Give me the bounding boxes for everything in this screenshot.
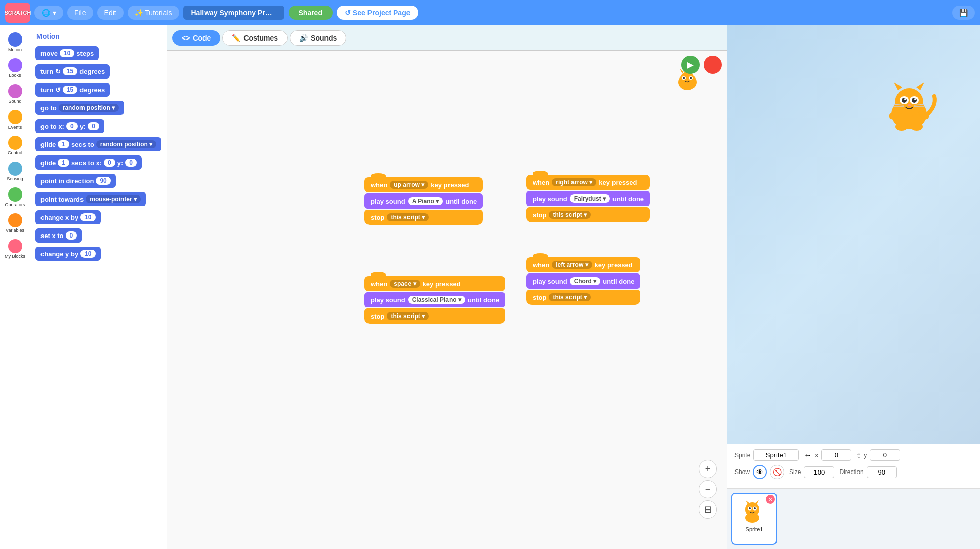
sidebar-item-sound[interactable]: Sound bbox=[1, 82, 29, 106]
tabs-bar: <> Code ✏️ Costumes 🔊 Sounds bbox=[167, 25, 727, 51]
motion-dot bbox=[8, 32, 22, 47]
block-point-towards[interactable]: point towards mouse-pointer ▾ bbox=[35, 192, 146, 206]
stage-panel: Sprite ↔ x ↕ y Show 👁 bbox=[727, 25, 980, 549]
block-glide-xy[interactable]: glide 1 secs to x: 0 y: 0 bbox=[35, 155, 142, 170]
block-glide-to[interactable]: glide 1 secs to random position ▾ bbox=[35, 137, 161, 151]
sprite-direction-field: Direction bbox=[839, 466, 896, 478]
zoom-out-button[interactable]: − bbox=[699, 480, 717, 498]
stop-block-left-arrow[interactable]: stop this script ▾ bbox=[526, 290, 640, 305]
save-button[interactable]: 💾 bbox=[952, 6, 975, 20]
tab-sounds[interactable]: 🔊 Sounds bbox=[290, 30, 346, 46]
hat-block-space[interactable]: when space ▾ key pressed bbox=[364, 276, 505, 291]
sprite-info-panel: Sprite ↔ x ↕ y Show 👁 bbox=[727, 444, 980, 488]
globe-icon: 🌐 bbox=[42, 9, 50, 17]
script-left-arrow: when left arrow ▾ key pressed play sound… bbox=[526, 257, 640, 305]
sprite-x-input[interactable] bbox=[821, 449, 851, 461]
events-dot bbox=[8, 110, 22, 124]
tutorials-button[interactable]: ✨ Tutorials bbox=[128, 6, 179, 20]
show-hidden-button[interactable]: 🚫 bbox=[770, 465, 784, 479]
sprite-name-input[interactable] bbox=[753, 449, 799, 461]
svg-point-31 bbox=[749, 507, 751, 509]
block-change-x[interactable]: change x by 10 bbox=[35, 210, 101, 224]
sprite-show-field: Show 👁 🚫 bbox=[734, 465, 784, 479]
myblocks-dot bbox=[8, 239, 22, 253]
block-set-x[interactable]: set x to 0 bbox=[35, 228, 82, 243]
stop-block-right-arrow[interactable]: stop this script ▾ bbox=[526, 207, 650, 222]
blocks-category-title: Motion bbox=[36, 32, 162, 41]
file-menu[interactable]: File bbox=[67, 6, 93, 20]
tab-costumes[interactable]: ✏️ Costumes bbox=[222, 30, 288, 46]
sounds-icon: 🔊 bbox=[299, 34, 308, 42]
zoom-in-button[interactable]: + bbox=[699, 460, 717, 478]
sprite-card-sprite1[interactable]: ✕ Sprite1 bbox=[731, 493, 777, 545]
sidebar-item-sensing[interactable]: Sensing bbox=[1, 160, 29, 183]
zoom-controls: + − ⊟ bbox=[699, 460, 717, 519]
action-play-a-piano[interactable]: play sound A Piano ▾ until done bbox=[364, 193, 483, 209]
costumes-icon: ✏️ bbox=[232, 34, 240, 42]
zoom-fit-button[interactable]: ⊟ bbox=[699, 500, 717, 519]
action-play-chord[interactable]: play sound Chord ▾ until done bbox=[526, 273, 640, 289]
block-move[interactable]: move 10 steps bbox=[35, 46, 99, 60]
motion-label: Motion bbox=[8, 47, 22, 52]
canvas-controls: ▶ bbox=[681, 56, 722, 74]
block-goto-xy[interactable]: go to x: 0 y: 0 bbox=[35, 119, 104, 133]
sprite-y-input[interactable] bbox=[870, 449, 900, 461]
sidebar-item-control[interactable]: Control bbox=[1, 134, 29, 158]
block-turn-ccw[interactable]: turn ↺ 15 degrees bbox=[35, 83, 110, 97]
sprite-size-input[interactable] bbox=[804, 466, 834, 478]
sprite-list: ✕ Sprite1 bbox=[727, 488, 980, 549]
editor-area: <> Code ✏️ Costumes 🔊 Sounds bbox=[167, 25, 727, 549]
main-layout: Motion Looks Sound Events Control Sensin… bbox=[0, 25, 980, 549]
variables-dot bbox=[8, 213, 22, 227]
block-goto[interactable]: go to random position ▾ bbox=[35, 101, 124, 115]
tab-code[interactable]: <> Code bbox=[172, 30, 220, 46]
shared-button[interactable]: Shared bbox=[289, 6, 333, 20]
category-sidebar: Motion Looks Sound Events Control Sensin… bbox=[0, 25, 30, 549]
svg-point-16 bbox=[908, 104, 911, 106]
script-canvas[interactable]: ▶ when up arrow ▾ key pressed play sound… bbox=[167, 51, 727, 549]
block-point-dir[interactable]: point in direction 90 bbox=[35, 174, 116, 188]
sidebar-item-operators[interactable]: Operators bbox=[1, 185, 29, 209]
script-space: when space ▾ key pressed play sound Clas… bbox=[364, 276, 505, 324]
sprite-delete-button[interactable]: ✕ bbox=[766, 495, 775, 504]
sprite-direction-input[interactable] bbox=[867, 466, 897, 478]
hat-block-right-arrow[interactable]: when right arrow ▾ key pressed bbox=[526, 175, 650, 190]
sidebar-item-myblocks[interactable]: My Blocks bbox=[1, 237, 29, 261]
svg-point-4 bbox=[683, 77, 685, 79]
stop-block-space[interactable]: stop this script ▾ bbox=[364, 308, 505, 324]
script-up-arrow: when up arrow ▾ key pressed play sound A… bbox=[364, 177, 483, 225]
sidebar-item-motion[interactable]: Motion bbox=[1, 30, 29, 54]
action-play-classical-piano[interactable]: play sound Classical Piano ▾ until done bbox=[364, 292, 505, 307]
code-icon: <> bbox=[182, 34, 190, 42]
svg-point-26 bbox=[911, 123, 923, 131]
sensing-label: Sensing bbox=[7, 176, 23, 181]
hat-block-left-arrow[interactable]: when left arrow ▾ key pressed bbox=[526, 257, 640, 272]
hat-block-up-arrow[interactable]: when up arrow ▾ key pressed bbox=[364, 177, 483, 192]
see-project-button[interactable]: ↺ See Project Page bbox=[337, 6, 419, 20]
svg-point-32 bbox=[754, 507, 756, 509]
stop-block-up-arrow[interactable]: stop this script ▾ bbox=[364, 210, 483, 225]
myblocks-label: My Blocks bbox=[5, 254, 25, 259]
save-icon: 💾 bbox=[959, 9, 968, 17]
action-play-fairydust[interactable]: play sound Fairydust ▾ until done bbox=[526, 191, 650, 206]
sidebar-item-events[interactable]: Events bbox=[1, 108, 29, 132]
sidebar-item-looks[interactable]: Looks bbox=[1, 56, 29, 80]
svg-point-5 bbox=[690, 77, 692, 79]
control-dot bbox=[8, 136, 22, 150]
sidebar-item-variables[interactable]: Variables bbox=[1, 211, 29, 235]
y-arrow-icon: ↕ bbox=[856, 451, 861, 460]
scratch-logo[interactable]: SCRATCH bbox=[5, 3, 30, 23]
stop-button[interactable] bbox=[704, 56, 722, 74]
events-label: Events bbox=[8, 125, 22, 130]
variables-label: Variables bbox=[6, 228, 24, 233]
block-change-y[interactable]: change y by 10 bbox=[35, 247, 101, 261]
project-title-button[interactable]: Hallway Symphony Protot... bbox=[183, 6, 284, 20]
svg-point-9 bbox=[895, 88, 923, 116]
edit-menu[interactable]: Edit bbox=[97, 6, 124, 20]
stage-view[interactable] bbox=[727, 25, 980, 444]
show-visible-button[interactable]: 👁 bbox=[753, 465, 767, 479]
block-turn-cw[interactable]: turn ↻ 15 degrees bbox=[35, 64, 110, 79]
green-flag-button[interactable]: ▶ bbox=[681, 56, 700, 74]
globe-button[interactable]: 🌐 ▾ bbox=[34, 6, 63, 20]
x-arrow-icon: ↔ bbox=[804, 451, 812, 460]
